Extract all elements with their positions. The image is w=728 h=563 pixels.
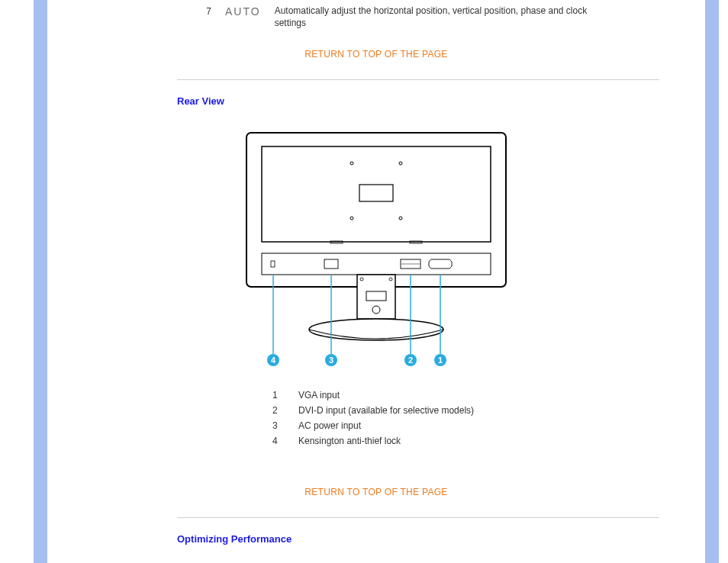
monitor-rear-svg: 4 3 2 1	[224, 125, 529, 369]
rear-view-diagram: 4 3 2 1	[224, 125, 529, 369]
return-top-link[interactable]: RETURN TO TOP OF THE PAGE	[47, 487, 705, 497]
svg-point-16	[372, 306, 380, 314]
legend: 1 VGA input 2 DVI-D input (available for…	[272, 388, 705, 449]
legend-row: 3 AC power input	[272, 418, 705, 433]
auto-row: 7 AUTO Automatically adjust the horizont…	[47, 0, 705, 29]
legend-row: 2 DVI-D input (available for selective m…	[272, 403, 705, 418]
callout-1: 1	[438, 355, 443, 365]
legend-row: 1 VGA input	[272, 388, 705, 403]
left-stripe	[34, 0, 47, 563]
svg-rect-6	[359, 185, 393, 201]
optimizing-heading: Optimizing Performance	[177, 533, 705, 545]
legend-label: VGA input	[298, 390, 340, 401]
legend-label: AC power input	[298, 420, 361, 431]
divider	[177, 517, 659, 518]
svg-point-19	[309, 319, 443, 340]
callout-3: 3	[329, 355, 333, 365]
content: 7 AUTO Automatically adjust the horizont…	[47, 0, 705, 563]
svg-rect-15	[366, 291, 386, 301]
legend-num: 1	[272, 390, 282, 401]
legend-row: 4 Kensington anti-thief lock	[272, 433, 705, 449]
legend-num: 3	[272, 420, 282, 431]
svg-rect-9	[262, 253, 491, 275]
row-number-7: 7	[204, 5, 211, 17]
return-top-link[interactable]: RETURN TO TOP OF THE PAGE	[47, 49, 705, 60]
legend-num: 2	[272, 405, 282, 416]
callout-4: 4	[271, 355, 276, 365]
auto-description: Automatically adjust the horizontal posi…	[275, 5, 595, 29]
legend-label: Kensington anti-thief lock	[298, 436, 401, 446]
page: 7 AUTO Automatically adjust the horizont…	[0, 0, 728, 563]
divider	[177, 79, 659, 80]
right-stripe	[705, 0, 719, 563]
svg-rect-11	[324, 259, 338, 269]
auto-label: AUTO	[225, 5, 261, 18]
svg-rect-10	[271, 261, 275, 267]
legend-num: 4	[272, 436, 282, 446]
callout-2: 2	[408, 355, 413, 365]
legend-label: DVI-D input (available for selective mod…	[298, 405, 474, 416]
rear-view-heading: Rear View	[177, 95, 705, 107]
